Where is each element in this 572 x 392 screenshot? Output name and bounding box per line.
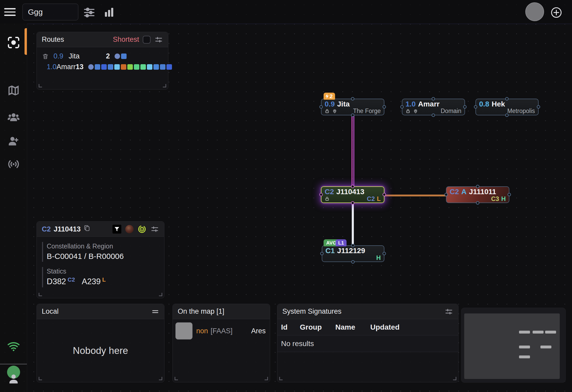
system-settings-icon[interactable]: [150, 225, 159, 234]
connection-handle[interactable]: [320, 252, 324, 255]
filters-icon[interactable]: [83, 6, 96, 18]
connection-handle[interactable]: [444, 193, 448, 196]
pilot-portrait: [175, 322, 193, 340]
sidebar-item-add-character[interactable]: [7, 134, 20, 148]
connection-handle[interactable]: [474, 105, 477, 109]
resize-handle[interactable]: [159, 293, 162, 296]
region-name: The Forge: [353, 108, 381, 114]
connection-handle[interactable]: [351, 244, 355, 247]
system-node-hek[interactable]: 0.8Hek Metropolis: [475, 99, 539, 115]
column-header-id[interactable]: Id: [281, 323, 300, 331]
connection-handle[interactable]: [319, 193, 323, 196]
connection-handle[interactable]: [505, 97, 509, 100]
resize-handle[interactable]: [39, 84, 42, 87]
route-row-jita[interactable]: 0.9 Jita 2: [37, 51, 168, 62]
region-name: Metropolis: [507, 108, 535, 114]
resize-handle[interactable]: [453, 377, 456, 380]
route-segment: [140, 64, 146, 70]
connection-handle[interactable]: [432, 114, 435, 117]
sidebar-item-broadcast[interactable]: [7, 157, 20, 171]
minimap-panel[interactable]: [461, 308, 566, 383]
static-class: C2: [367, 196, 375, 202]
resize-handle[interactable]: [39, 377, 42, 380]
funnel-icon[interactable]: [112, 225, 121, 234]
wormhole-mapper-app: { "topbar": { "map_name": "Ggg" }, "rout…: [0, 0, 572, 392]
lock-icon: [406, 109, 410, 114]
connection-handle[interactable]: [351, 114, 354, 117]
security-tag: H: [376, 255, 381, 261]
minimap-node: [519, 355, 530, 358]
route-segment: [88, 64, 94, 70]
pilot-row[interactable]: non [FAAS] Ares: [173, 319, 270, 340]
connection-handle[interactable]: [351, 97, 354, 100]
connection-handle[interactable]: [400, 105, 404, 109]
system-node-j112129[interactable]: AVG L1 C1J112129 H: [322, 245, 384, 262]
route-security: 0.9: [53, 52, 69, 60]
sidebar-divider: [0, 364, 27, 364]
sidebar-item-profile[interactable]: [7, 372, 20, 386]
route-mode-label[interactable]: Shortest: [113, 35, 139, 44]
hamburger-menu-icon[interactable]: [4, 6, 16, 18]
routes-panel-title: Routes: [42, 35, 64, 44]
resize-handle[interactable]: [39, 293, 42, 296]
signatures-settings-icon[interactable]: [444, 307, 453, 316]
plus-circle-icon[interactable]: [551, 7, 562, 18]
route-segment: [153, 64, 159, 70]
column-header-name[interactable]: Name: [335, 323, 370, 331]
connection-handle[interactable]: [383, 193, 386, 196]
shortest-checkbox[interactable]: [143, 36, 151, 44]
connection-handle[interactable]: [432, 97, 435, 100]
connection-handle[interactable]: [351, 185, 354, 188]
minimap-node: [540, 346, 551, 348]
column-header-group[interactable]: Group: [300, 323, 335, 331]
system-node-j111011[interactable]: C2AJ111011 C3H: [446, 186, 509, 203]
connection-handle[interactable]: [537, 105, 540, 109]
locate-target-icon[interactable]: [138, 225, 146, 234]
connection-handle[interactable]: [383, 252, 386, 255]
route-segment: [134, 64, 139, 70]
connection-handle[interactable]: [476, 185, 479, 188]
system-node-j110413[interactable]: C2J110413 C2L: [321, 186, 384, 203]
resize-handle[interactable]: [159, 377, 162, 380]
sidebar-item-characters[interactable]: [7, 110, 20, 124]
sidebar-item-map-focus[interactable]: [7, 36, 20, 49]
route-destination[interactable]: Amarr: [57, 63, 76, 71]
connection-handle[interactable]: [505, 114, 509, 117]
system-node-jita[interactable]: 2 0.9Jita The Forge: [321, 99, 384, 115]
routes-settings-icon[interactable]: [154, 35, 163, 44]
copy-icon[interactable]: [84, 225, 90, 231]
resize-handle[interactable]: [265, 377, 268, 380]
static-range: L: [377, 196, 381, 202]
trash-icon[interactable]: [42, 53, 49, 60]
menu-icon[interactable]: [151, 308, 159, 316]
selected-system-name: J110413: [54, 225, 81, 233]
route-destination[interactable]: Jita: [69, 52, 95, 60]
resize-handle[interactable]: [279, 377, 283, 380]
connection-handle[interactable]: [383, 105, 386, 109]
system-node-amarr[interactable]: 1.0Amarr Domain: [402, 99, 465, 115]
map-name-input[interactable]: [22, 4, 78, 20]
minimap-viewport[interactable]: [464, 313, 560, 379]
connection-handle[interactable]: [476, 201, 479, 205]
resize-handle[interactable]: [175, 377, 178, 380]
connection-handle[interactable]: [508, 193, 511, 196]
kills-badge: 2: [324, 93, 335, 100]
static-code: D382: [47, 277, 66, 286]
connection-handle[interactable]: [319, 105, 323, 109]
effect-thumbnail[interactable]: [125, 225, 134, 233]
sidebar-item-maps[interactable]: [7, 84, 20, 97]
sidebar: [0, 24, 27, 392]
static-class: C3: [491, 196, 499, 202]
level-badge: L1: [336, 239, 347, 246]
route-row-amarr[interactable]: 1.0 Amarr 13: [37, 62, 168, 72]
connection-handle[interactable]: [351, 260, 355, 264]
column-header-updated[interactable]: Updated: [370, 323, 458, 331]
local-panel: Local Nobody here: [37, 304, 164, 382]
system-info-panel: C2 J110413 Constellation & Region B-C000…: [37, 221, 164, 298]
user-avatar[interactable]: [525, 2, 544, 21]
connection-handle[interactable]: [463, 105, 467, 109]
resize-handle[interactable]: [163, 84, 166, 87]
connection-handle[interactable]: [351, 201, 354, 205]
pilot-name[interactable]: non: [196, 327, 208, 335]
bar-chart-icon[interactable]: [103, 6, 115, 18]
